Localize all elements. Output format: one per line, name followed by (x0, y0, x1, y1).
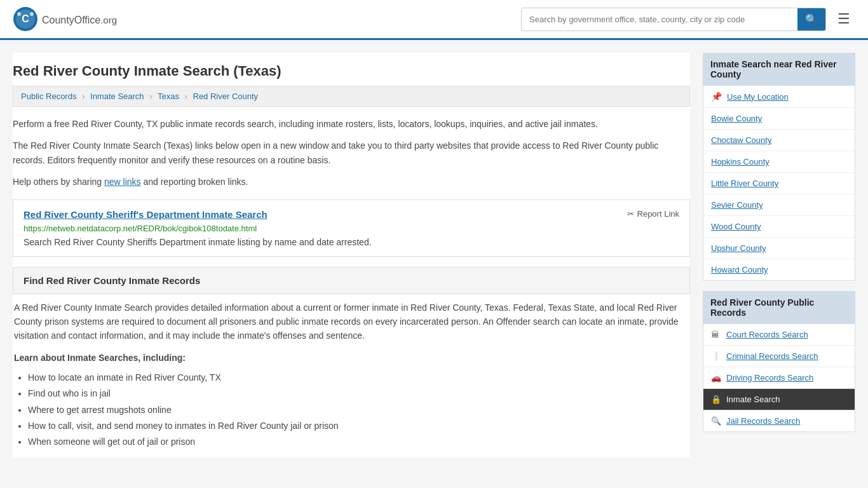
intro-paragraph-3: Help others by sharing new links and rep… (13, 175, 690, 189)
content-area: Red River County Inmate Search (Texas) P… (13, 53, 690, 458)
find-section-box: Find Red River County Inmate Records (13, 267, 690, 294)
sidebar-nearby-item[interactable]: Choctaw County (703, 130, 855, 151)
pr-icon: 🏛 (711, 330, 721, 339)
main-layout: Red River County Inmate Search (Texas) P… (0, 40, 868, 470)
sidebar-use-location[interactable]: 📌 Use My Location (703, 86, 855, 108)
pr-icon: ❕ (711, 351, 721, 361)
sidebar-nearby-section: Inmate Search near Red River County 📌 Us… (703, 53, 855, 281)
sidebar-pr-item[interactable]: 🔍Jail Records Search (703, 410, 855, 431)
pr-icon: 🔒 (711, 395, 721, 404)
learn-heading: Learn about Inmate Searches, including: (14, 351, 689, 365)
hamburger-button[interactable]: ☰ (832, 8, 855, 30)
svg-point-4 (30, 12, 34, 16)
breadcrumb-texas[interactable]: Texas (158, 92, 179, 101)
link-description: Search Red River County Sheriffs Departm… (24, 237, 679, 247)
logo-icon: C (13, 6, 38, 32)
sidebar-public-records-section: Red River County Public Records 🏛Court R… (703, 291, 855, 432)
sidebar-public-records-title: Red River County Public Records (703, 291, 855, 324)
search-button[interactable]: 🔍 (797, 8, 825, 30)
svg-text:C: C (22, 13, 29, 24)
breadcrumb-inmate-search[interactable]: Inmate Search (90, 92, 144, 101)
sidebar-nearby-item[interactable]: Hopkins County (703, 151, 855, 173)
logo[interactable]: C CountyOffice.org (13, 6, 117, 32)
svg-point-3 (17, 12, 21, 16)
link-url[interactable]: https://netweb.netdatacorp.net/REDR/bok/… (24, 224, 679, 233)
breadcrumb-public-records[interactable]: Public Records (21, 92, 76, 101)
use-location-link[interactable]: Use My Location (727, 92, 789, 102)
sidebar-pr-item[interactable]: ❕Criminal Records Search (703, 346, 855, 367)
report-link-button[interactable]: ✂ Report Link (627, 209, 679, 219)
pr-icon: 🔍 (711, 416, 721, 426)
location-pin-icon: 📌 (711, 92, 722, 102)
sidebar-pr-item[interactable]: 🏛Court Records Search (703, 324, 855, 346)
sidebar-nearby-item[interactable]: Upshur County (703, 238, 855, 259)
search-bar: 🔍 (521, 8, 826, 31)
list-item: How to locate an inmate in Red River Cou… (28, 370, 689, 386)
breadcrumb: Public Records › Inmate Search › Texas ›… (13, 86, 690, 107)
link-card-title[interactable]: Red River County Sheriff's Department In… (24, 209, 268, 220)
list-item: How to call, visit, and send money to in… (28, 418, 689, 434)
new-links-link[interactable]: new links (104, 177, 141, 187)
breadcrumb-red-river[interactable]: Red River County (193, 92, 259, 101)
intro-paragraph-2: The Red River County Inmate Search (Texa… (13, 139, 690, 167)
link-card-header: Red River County Sheriff's Department In… (24, 209, 679, 220)
scissors-icon: ✂ (627, 209, 634, 219)
page-title: Red River County Inmate Search (Texas) (13, 53, 690, 86)
sidebar-nearby-item[interactable]: Little River County (703, 173, 855, 194)
sidebar-nearby-item[interactable]: Howard County (703, 259, 855, 280)
find-body-paragraph: A Red River County Inmate Search provide… (14, 301, 689, 343)
header-right: 🔍 ☰ (521, 8, 855, 31)
sidebar-pr-item[interactable]: 🚗Driving Records Search (703, 367, 855, 389)
learn-list: How to locate an inmate in Red River Cou… (28, 370, 689, 450)
find-section-title: Find Red River County Inmate Records (24, 275, 200, 286)
site-header: C CountyOffice.org 🔍 ☰ (0, 0, 868, 40)
list-item: Where to get arrest mugshots online (28, 402, 689, 418)
sidebar-nearby-item[interactable]: Sevier County (703, 194, 855, 216)
search-input[interactable] (522, 10, 797, 29)
sidebar-nearby-item[interactable]: Bowie County (703, 108, 855, 130)
sidebar-nearby-title: Inmate Search near Red River County (703, 53, 855, 86)
sidebar-pr-item[interactable]: 🔒Inmate Search (703, 389, 855, 410)
logo-text: CountyOffice.org (42, 12, 117, 27)
list-item: Find out who is in jail (28, 386, 689, 402)
intro-paragraph-1: Perform a free Red River County, TX publ… (13, 117, 690, 131)
sidebar-pr-links: 🏛Court Records Search❕Criminal Records S… (703, 324, 855, 432)
link-card: Red River County Sheriff's Department In… (13, 200, 690, 257)
sidebar: Inmate Search near Red River County 📌 Us… (703, 53, 855, 458)
sidebar-nearby-links: 📌 Use My Location Bowie CountyChoctaw Co… (703, 86, 855, 281)
pr-icon: 🚗 (711, 373, 721, 383)
sidebar-nearby-item[interactable]: Wood County (703, 216, 855, 238)
find-section-body: A Red River County Inmate Search provide… (13, 301, 690, 451)
list-item: When someone will get out of jail or pri… (28, 434, 689, 450)
